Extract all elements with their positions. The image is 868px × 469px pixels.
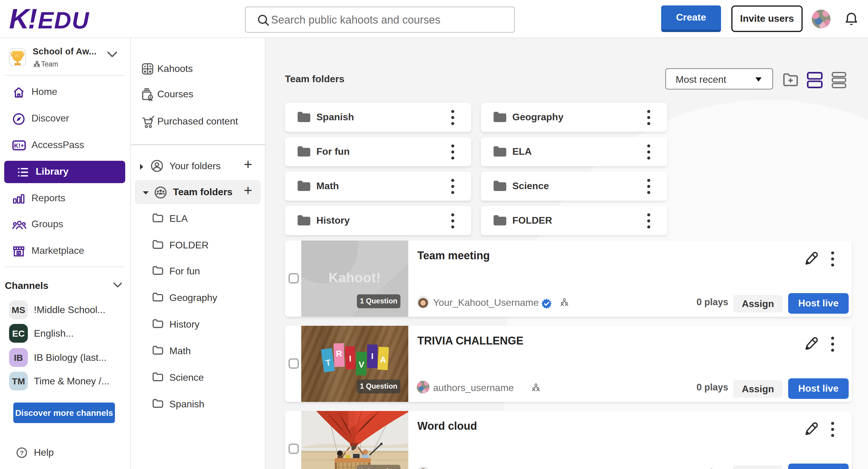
svg-text:K!: K! [15,53,20,58]
svg-text:K!+: K!+ [14,142,24,149]
svg-text:?: ? [20,450,24,456]
